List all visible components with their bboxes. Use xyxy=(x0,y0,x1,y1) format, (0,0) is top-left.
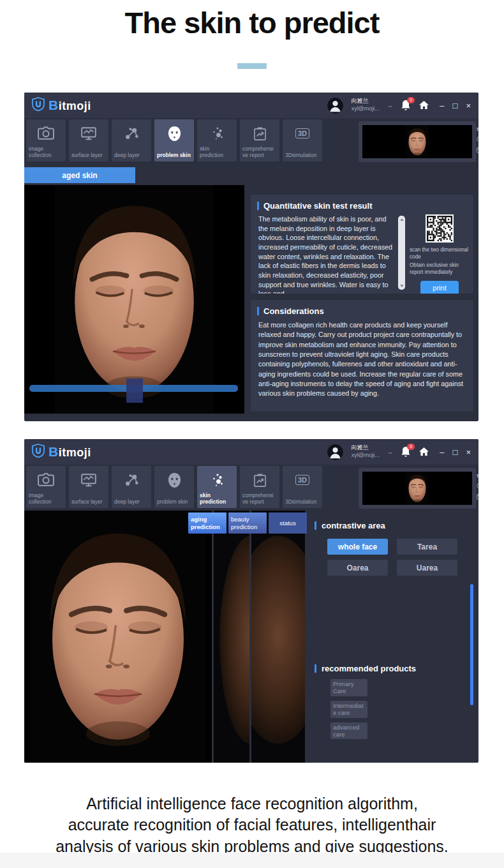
app-window-skin-prediction: Bitmoji 向雅兰 xyl@moji... ⌄ 0 – □ × image … xyxy=(24,439,478,763)
caption-line-1: Artificial intelligence face recognition… xyxy=(86,795,418,812)
section-accent-bar xyxy=(257,202,259,210)
user-avatar-icon[interactable] xyxy=(327,444,343,460)
user-info[interactable]: 向雅兰 xyl@moji... xyxy=(352,98,380,112)
result-body-text: The metabolism ability of skin is poor, … xyxy=(258,214,394,294)
titlebar-right: 向雅兰 xyl@moji... ⌄ 0 – □ × xyxy=(327,444,471,460)
close-button[interactable]: × xyxy=(466,448,471,456)
qr-caption-1: scan the two dimensional code xyxy=(410,247,470,260)
contrastive-area-title: contrastive area xyxy=(322,521,385,530)
brand: Bitmoji xyxy=(32,444,91,460)
comprehensi-ve-report-icon xyxy=(242,124,277,143)
panel-scrollbar[interactable] xyxy=(470,584,473,705)
print-button[interactable]: print xyxy=(420,281,459,294)
recommended-product-buttons: Primary CareIntermediat e careadvanced c… xyxy=(330,679,367,739)
notification-bell-icon[interactable]: 0 xyxy=(401,100,411,111)
section-accent-bar xyxy=(315,664,316,673)
tab-deep-layer[interactable]: deep layer xyxy=(112,119,151,161)
tab-comprehensi-ve-report[interactable]: comprehensi ve report xyxy=(240,119,279,161)
main-toolbar: image collectionsurface layerdeep layerp… xyxy=(26,119,322,161)
clock-icon xyxy=(477,136,478,143)
user-info[interactable]: 向雅兰 xyl@moji... xyxy=(352,444,380,459)
patient-datetime-row: 2019-11-14 13:31:55 xyxy=(477,493,478,500)
tab-skin-prediction[interactable]: skin prediction xyxy=(197,466,237,508)
notification-badge: 0 xyxy=(407,444,415,450)
user-avatar-icon[interactable] xyxy=(327,98,343,114)
deep-layer-icon xyxy=(114,470,149,490)
notification-bell-icon[interactable]: 0 xyxy=(401,446,411,458)
tab-comprehensi-ve-report[interactable]: comprehensi ve report xyxy=(240,466,279,508)
user-email: xyl@moji... xyxy=(352,452,380,458)
patient-datetime-row: 2019-11-14 13:31:55 xyxy=(477,147,478,154)
close-button[interactable]: × xyxy=(466,101,471,110)
comprehensi-ve-report-icon xyxy=(242,470,277,490)
recommended-products-title: recommended products xyxy=(322,664,416,673)
tab-image-collection[interactable]: image collection xyxy=(26,466,66,508)
chevron-down-icon[interactable]: ⌄ xyxy=(387,449,394,455)
user-name: 向雅兰 xyxy=(352,444,369,451)
view-tab-status[interactable]: status xyxy=(269,513,307,534)
considerations-title: Considerations xyxy=(263,306,324,316)
tab-surface-layer[interactable]: surface layer xyxy=(69,119,108,161)
calendar-icon xyxy=(477,493,478,500)
image-collection-icon xyxy=(29,124,63,143)
face-photo-analysis xyxy=(24,185,244,414)
contrastive-area-buttons: whole faceTareaOareaUarea xyxy=(327,539,457,576)
area-button-Tarea[interactable]: Tarea xyxy=(397,539,457,555)
view-tab-aging-prediction[interactable]: aging prediction xyxy=(188,513,226,534)
titlebar: Bitmoji 向雅兰 xyl@moji... ⌄ 0 – □ × xyxy=(24,439,478,465)
home-icon[interactable] xyxy=(419,447,429,456)
window-controls: – □ × xyxy=(440,101,471,110)
skin-prediction-icon xyxy=(200,470,234,490)
page: The skin to predict Bitmoji 向雅兰 xyl@moji… xyxy=(0,0,504,868)
patient-season: summer xyxy=(477,472,478,479)
skin-prediction-icon xyxy=(200,124,234,143)
view-tab-beauty-prediction[interactable]: beauty prediction xyxy=(228,513,267,534)
maximize-button[interactable]: □ xyxy=(453,101,458,110)
image-collection-icon xyxy=(29,470,63,490)
3dsimulation-icon: 3D xyxy=(285,124,320,143)
patient-photo-thumbnail xyxy=(362,472,472,505)
face-photo-prediction xyxy=(24,511,212,763)
app-window-problem-skin: Bitmoji 向雅兰 xyl@moji... ⌄ 0 – □ × image … xyxy=(24,93,478,421)
clock-icon xyxy=(477,483,478,490)
section-accent-bar xyxy=(257,307,259,315)
face-slice-2 xyxy=(251,511,305,763)
considerations-section: Considerations Eat more collagen rich he… xyxy=(251,300,473,412)
area-button-Oarea[interactable]: Oarea xyxy=(327,560,388,576)
tab-image-collection[interactable]: image collection xyxy=(26,119,66,161)
brand: Bitmoji xyxy=(32,97,91,114)
prediction-view-tabs: aging predictionbeauty predictionstatus xyxy=(188,513,307,534)
tab-skin-prediction[interactable]: skin prediction xyxy=(197,119,237,161)
calendar-icon xyxy=(477,147,478,154)
title-underline-accent xyxy=(237,63,267,69)
maximize-button[interactable]: □ xyxy=(453,448,458,456)
patient-demographics: summer female 26years old xyxy=(477,125,478,132)
product-button-primary-care[interactable]: Primary Care xyxy=(330,679,367,696)
area-button-Uarea[interactable]: Uarea xyxy=(397,560,457,576)
minimize-button[interactable]: – xyxy=(440,448,444,456)
tab-aged-skin[interactable]: aged skin xyxy=(24,167,135,183)
user-email: xyl@moji... xyxy=(352,105,380,112)
tab-3dsimulation[interactable]: 3D3Dsimulation xyxy=(283,466,322,508)
home-icon[interactable] xyxy=(419,101,429,110)
chevron-down-icon[interactable]: ⌄ xyxy=(387,102,394,108)
titlebar: Bitmoji 向雅兰 xyl@moji... ⌄ 0 – □ × xyxy=(24,93,478,118)
result-scrollbar[interactable] xyxy=(398,216,405,290)
tab-surface-layer[interactable]: surface layer xyxy=(69,466,108,508)
notification-badge: 0 xyxy=(407,97,415,103)
minimize-button[interactable]: – xyxy=(440,101,444,110)
brand-shield-logo-icon xyxy=(32,97,45,114)
brand-name: Bitmoji xyxy=(48,98,91,113)
titlebar-right: 向雅兰 xyl@moji... ⌄ 0 – □ × xyxy=(327,98,471,114)
tab-problem-skin[interactable]: problem skin xyxy=(154,466,194,508)
prediction-side-panel: contrastive area whole faceTareaOareaUar… xyxy=(309,511,478,763)
scan-cursor xyxy=(126,378,143,403)
patient-photo-thumbnail xyxy=(362,125,472,158)
tab-deep-layer[interactable]: deep layer xyxy=(112,466,151,508)
patient-season: summer xyxy=(477,126,478,132)
area-button-whole-face[interactable]: whole face xyxy=(327,539,388,555)
tab-problem-skin[interactable]: problem skin xyxy=(154,119,194,161)
product-button-advanced-care[interactable]: advanced care xyxy=(330,722,367,740)
product-button-intermediat-e-care[interactable]: Intermediat e care xyxy=(330,701,367,718)
tab-3dsimulation[interactable]: 3D3Dsimulation xyxy=(283,119,322,161)
